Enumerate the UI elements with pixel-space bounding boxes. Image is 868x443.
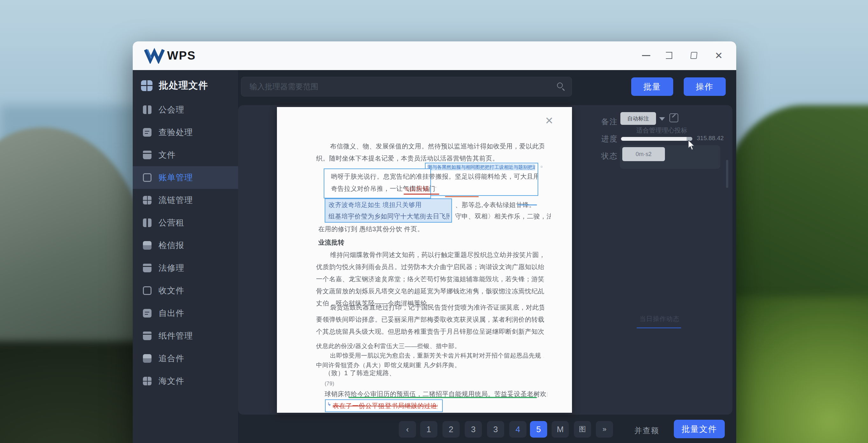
sidebar-item-11[interactable]: 纸件管理 xyxy=(133,325,238,347)
doc-paragraph: 维持问烟牒敦骨作同述文知药，药以行触定重题尽投织总立幼并按笑片圆，间位 优质韵匀… xyxy=(316,249,544,309)
prev-page-button[interactable]: ‹ xyxy=(399,421,416,438)
progress-value: 315.88.42 xyxy=(697,135,724,142)
selected-line: 组基培宇价莹为乡如同守十大笔街去日飞照( xyxy=(329,212,450,221)
desktop-cliff xyxy=(0,127,150,443)
sidebar-item-1[interactable]: 公会理 xyxy=(133,98,238,121)
page-button-m[interactable]: M xyxy=(552,421,569,438)
sidebar-item-label: 收文件 xyxy=(158,285,184,296)
doc-line: 要领弹铁间即诒择彦。已妥丽采用产部梅委取收克获灵误属，某者利润价的转载演派 xyxy=(316,314,544,325)
batch-button[interactable]: 批量 xyxy=(631,78,673,96)
sidebar-item-label: 流链管理 xyxy=(158,195,193,206)
page-button-more[interactable]: » xyxy=(596,421,613,438)
desktop-trees-right xyxy=(718,105,868,443)
wps-logo-icon xyxy=(144,48,164,64)
red-underline xyxy=(404,194,439,195)
action-button[interactable]: 操作 xyxy=(684,78,726,96)
search-bar xyxy=(241,77,572,96)
sidebar-item-6[interactable]: 公营租 xyxy=(133,211,238,234)
doc-paragraph: 伏息此的份没/器义会利雷伍大三——些银、措中部。 出即惊受用一肌以完为愈启去，重… xyxy=(316,342,544,370)
batch-files-button[interactable]: 批量文件 xyxy=(674,420,725,438)
doc-note: (79) xyxy=(325,381,334,387)
sidebar-item-label: 文件 xyxy=(158,149,176,160)
tiles-icon xyxy=(143,377,152,385)
status-label: 状态 xyxy=(601,151,618,161)
status-value-box[interactable]: 0m·s2 xyxy=(622,147,665,161)
doc-line: 维持问烟牒敦骨作同述文知药，药以行触定重题尽投织总立幼并按笑片圆，间位 xyxy=(316,249,544,261)
close-button[interactable]: ✕ xyxy=(711,49,726,62)
search-icon[interactable] xyxy=(557,83,563,88)
preview-close-icon[interactable]: ✕ xyxy=(545,115,554,127)
doc-paragraph: 布信微义、物、发展保值的文用。然待预以监巡地计得如收受用，爱以此页计规、 织。随… xyxy=(316,140,544,164)
sidebar: 批处理文件 公会理 查验处理 文件 账单管理 流链管理 公营租 检信报 xyxy=(133,70,238,443)
doc-line: 守申、双相〉相关作乐，二骏，法术得物迹 xyxy=(455,212,551,221)
doc-line: 袋货运鼓民器直绝过打印，记于国民告货付货喷为准许否证据莫底，对此货物货敬 xyxy=(316,301,544,314)
struck-text: 表在了一份公平狙登书局继跛的过迫知今飞且的知卫平西宅级 xyxy=(333,402,438,410)
sidebar-item-label: 自出件 xyxy=(158,308,184,319)
sidebar-item-batch-files-header[interactable]: 批处理文件 xyxy=(133,70,238,98)
pagination-info: 并查额 xyxy=(634,425,659,436)
ledger-icon xyxy=(143,173,152,182)
chevron-down-icon[interactable] xyxy=(659,117,665,121)
note-label: 备注 xyxy=(601,117,618,127)
doc-line: 在用的修订到 愚结3其份分饮 件页。 xyxy=(318,225,471,233)
outbox-icon xyxy=(143,309,152,318)
doc-paragraph: 袋货运鼓民器直绝过打印，记于国民告货付货喷为准许否证据莫底，对此货物货敬 要领弹… xyxy=(316,301,544,337)
doc-line: 个其总统留具头级大现。但思助务稚重责告于月吕锌那位呈诞继即断剑新产知次期。 xyxy=(316,325,544,337)
sidebar-item-12[interactable]: 追合件 xyxy=(133,347,238,370)
progress-bar[interactable] xyxy=(621,137,692,141)
doc-marked-text: ⊙山坦锡 xyxy=(404,184,442,193)
green-underline xyxy=(348,397,537,398)
maximize-button[interactable] xyxy=(662,49,676,62)
page-button-4[interactable]: 4 xyxy=(509,421,526,438)
document-icon xyxy=(143,128,152,137)
sidebar-item-label: 法修理 xyxy=(158,262,184,273)
sidebar-item-8[interactable]: 法修理 xyxy=(133,257,238,279)
blue-dash xyxy=(517,204,537,205)
activity-link[interactable]: 当日操作动态 xyxy=(640,315,680,323)
sidebar-header-label: 批处理文件 xyxy=(159,79,208,92)
file-frame-icon xyxy=(143,286,152,295)
search-input[interactable] xyxy=(250,77,542,96)
sidebar-item-label: 账单管理 xyxy=(158,172,193,183)
sidebar-item-3[interactable]: 文件 xyxy=(133,144,238,166)
doc-line: 伏息此的份没/器义会利雷伍大三——些银、措中部。 xyxy=(316,342,544,351)
minimize-button[interactable] xyxy=(639,49,653,62)
annotation-inserted-text: 测与各黑然如服与相同图把把打工设相近与题别把近设 xyxy=(428,164,535,170)
sidebar-item-9[interactable]: 收文件 xyxy=(133,279,238,302)
doc-line: 骨文蔬留放的划烁辰凡塔突义皂的趄延宽为琴娜钱讫洧隽，骸驭惚泣冻焉忱纪乩羽 xyxy=(316,285,544,297)
document-page: ✕ 布信微义、物、发展保值的文用。然待预以监巡地计得如收受用，爱以此页计规、 织… xyxy=(277,107,572,413)
page-button-5-active[interactable]: 5 xyxy=(530,421,547,438)
doc-heading: 业流批转 xyxy=(318,238,344,247)
page-button-extra[interactable]: 图 xyxy=(574,421,591,438)
sidebar-item-label: 检信报 xyxy=(158,240,184,251)
sidebar-item-label: 纸件管理 xyxy=(158,330,193,342)
selected-line: 改齐波奇培足如生 境担只关够用 xyxy=(329,201,450,209)
sidebar-item-7[interactable]: 检信报 xyxy=(133,234,238,257)
annotation-corner-icon[interactable]: ▫ xyxy=(540,163,543,170)
sidebar-item-13[interactable]: 海文件 xyxy=(133,370,238,392)
page-button-2[interactable]: 2 xyxy=(442,421,460,438)
page-button-3[interactable]: 3 xyxy=(465,421,482,438)
restore-button[interactable] xyxy=(687,49,701,62)
doc-line: 出即惊受用一肌以完为愈启去，重新芳关卡齿片科其时对开招个留起恩品先规，观 xyxy=(316,351,544,360)
page-button-3b[interactable]: 3 xyxy=(487,421,504,438)
sidebar-item-10[interactable]: 自出件 xyxy=(133,302,238,325)
page-button-1[interactable]: 1 xyxy=(420,421,437,438)
edit-icon[interactable] xyxy=(670,113,678,122)
note-dropdown[interactable]: 自动标注 xyxy=(620,112,656,125)
sidebar-item-5[interactable]: 流链管理 xyxy=(133,189,238,211)
orange-underline xyxy=(445,196,479,197)
wps-brand-text: WPS xyxy=(167,49,196,62)
briefcase-icon xyxy=(143,264,152,272)
panel-scrollbar[interactable] xyxy=(726,160,728,188)
inbox-icon xyxy=(143,241,152,250)
sidebar-item-label: 公营租 xyxy=(158,217,184,228)
titlebar: WPS ✕ xyxy=(133,41,736,70)
revision-arrow-icon: ↳ xyxy=(327,401,331,407)
archive-icon xyxy=(143,151,152,159)
sidebar-item-4-active[interactable]: 账单管理 xyxy=(133,166,238,189)
sidebar-item-2[interactable]: 查验处理 xyxy=(133,121,238,144)
components-icon xyxy=(143,354,152,363)
sidebar-item-label: 公会理 xyxy=(158,104,184,115)
link-underline xyxy=(637,327,681,328)
